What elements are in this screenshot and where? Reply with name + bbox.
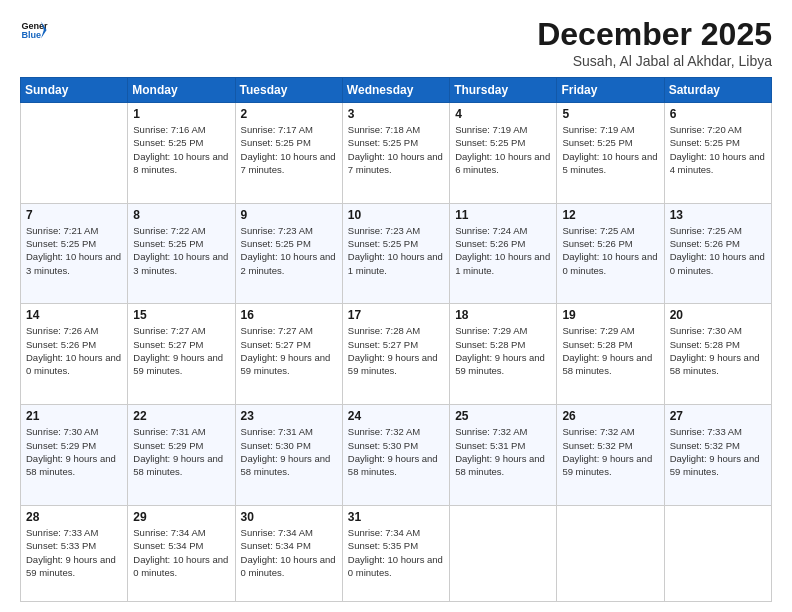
day-info: Sunrise: 7:31 AMSunset: 5:30 PMDaylight:… [241,425,337,478]
day-info: Sunrise: 7:34 AMSunset: 5:34 PMDaylight:… [241,526,337,579]
day-info: Sunrise: 7:32 AMSunset: 5:30 PMDaylight:… [348,425,444,478]
calendar-cell: 31Sunrise: 7:34 AMSunset: 5:35 PMDayligh… [342,505,449,601]
calendar-cell [557,505,664,601]
day-number: 7 [26,208,122,222]
calendar-cell: 16Sunrise: 7:27 AMSunset: 5:27 PMDayligh… [235,304,342,405]
day-number: 3 [348,107,444,121]
calendar-cell: 2Sunrise: 7:17 AMSunset: 5:25 PMDaylight… [235,103,342,204]
day-info: Sunrise: 7:20 AMSunset: 5:25 PMDaylight:… [670,123,766,176]
day-number: 13 [670,208,766,222]
day-number: 21 [26,409,122,423]
header: General Blue December 2025 Susah, Al Jab… [20,16,772,69]
day-number: 17 [348,308,444,322]
day-info: Sunrise: 7:34 AMSunset: 5:35 PMDaylight:… [348,526,444,579]
month-title: December 2025 [537,16,772,53]
day-info: Sunrise: 7:17 AMSunset: 5:25 PMDaylight:… [241,123,337,176]
day-of-week-header: Friday [557,78,664,103]
calendar-cell: 11Sunrise: 7:24 AMSunset: 5:26 PMDayligh… [450,203,557,304]
day-of-week-header: Tuesday [235,78,342,103]
title-block: December 2025 Susah, Al Jabal al Akhdar,… [537,16,772,69]
calendar-cell: 22Sunrise: 7:31 AMSunset: 5:29 PMDayligh… [128,405,235,506]
calendar-cell: 13Sunrise: 7:25 AMSunset: 5:26 PMDayligh… [664,203,771,304]
calendar-cell [664,505,771,601]
day-info: Sunrise: 7:33 AMSunset: 5:33 PMDaylight:… [26,526,122,579]
day-info: Sunrise: 7:32 AMSunset: 5:31 PMDaylight:… [455,425,551,478]
day-number: 14 [26,308,122,322]
day-info: Sunrise: 7:27 AMSunset: 5:27 PMDaylight:… [241,324,337,377]
day-of-week-header: Sunday [21,78,128,103]
calendar-cell: 4Sunrise: 7:19 AMSunset: 5:25 PMDaylight… [450,103,557,204]
day-info: Sunrise: 7:32 AMSunset: 5:32 PMDaylight:… [562,425,658,478]
day-number: 15 [133,308,229,322]
day-of-week-header: Wednesday [342,78,449,103]
svg-text:Blue: Blue [21,30,41,40]
day-number: 18 [455,308,551,322]
calendar-cell: 27Sunrise: 7:33 AMSunset: 5:32 PMDayligh… [664,405,771,506]
calendar-cell: 20Sunrise: 7:30 AMSunset: 5:28 PMDayligh… [664,304,771,405]
day-info: Sunrise: 7:25 AMSunset: 5:26 PMDaylight:… [670,224,766,277]
day-number: 24 [348,409,444,423]
day-number: 10 [348,208,444,222]
calendar-cell: 26Sunrise: 7:32 AMSunset: 5:32 PMDayligh… [557,405,664,506]
day-info: Sunrise: 7:22 AMSunset: 5:25 PMDaylight:… [133,224,229,277]
calendar-cell: 10Sunrise: 7:23 AMSunset: 5:25 PMDayligh… [342,203,449,304]
calendar-cell: 6Sunrise: 7:20 AMSunset: 5:25 PMDaylight… [664,103,771,204]
calendar-week-row: 28Sunrise: 7:33 AMSunset: 5:33 PMDayligh… [21,505,772,601]
day-info: Sunrise: 7:30 AMSunset: 5:28 PMDaylight:… [670,324,766,377]
day-of-week-header: Monday [128,78,235,103]
day-number: 4 [455,107,551,121]
day-number: 11 [455,208,551,222]
day-info: Sunrise: 7:28 AMSunset: 5:27 PMDaylight:… [348,324,444,377]
day-of-week-header: Saturday [664,78,771,103]
day-number: 30 [241,510,337,524]
page: General Blue December 2025 Susah, Al Jab… [0,0,792,612]
day-info: Sunrise: 7:27 AMSunset: 5:27 PMDaylight:… [133,324,229,377]
day-number: 27 [670,409,766,423]
location: Susah, Al Jabal al Akhdar, Libya [537,53,772,69]
day-number: 29 [133,510,229,524]
day-number: 23 [241,409,337,423]
day-info: Sunrise: 7:23 AMSunset: 5:25 PMDaylight:… [348,224,444,277]
calendar-cell: 24Sunrise: 7:32 AMSunset: 5:30 PMDayligh… [342,405,449,506]
calendar-cell: 1Sunrise: 7:16 AMSunset: 5:25 PMDaylight… [128,103,235,204]
day-number: 1 [133,107,229,121]
day-info: Sunrise: 7:18 AMSunset: 5:25 PMDaylight:… [348,123,444,176]
calendar-cell: 3Sunrise: 7:18 AMSunset: 5:25 PMDaylight… [342,103,449,204]
calendar-cell: 30Sunrise: 7:34 AMSunset: 5:34 PMDayligh… [235,505,342,601]
day-info: Sunrise: 7:29 AMSunset: 5:28 PMDaylight:… [455,324,551,377]
day-info: Sunrise: 7:34 AMSunset: 5:34 PMDaylight:… [133,526,229,579]
calendar-cell: 19Sunrise: 7:29 AMSunset: 5:28 PMDayligh… [557,304,664,405]
calendar-cell: 18Sunrise: 7:29 AMSunset: 5:28 PMDayligh… [450,304,557,405]
day-number: 19 [562,308,658,322]
day-number: 16 [241,308,337,322]
calendar-week-row: 1Sunrise: 7:16 AMSunset: 5:25 PMDaylight… [21,103,772,204]
day-number: 31 [348,510,444,524]
day-info: Sunrise: 7:19 AMSunset: 5:25 PMDaylight:… [562,123,658,176]
calendar-cell: 21Sunrise: 7:30 AMSunset: 5:29 PMDayligh… [21,405,128,506]
day-info: Sunrise: 7:19 AMSunset: 5:25 PMDaylight:… [455,123,551,176]
calendar-week-row: 21Sunrise: 7:30 AMSunset: 5:29 PMDayligh… [21,405,772,506]
logo: General Blue [20,16,48,44]
calendar-cell: 5Sunrise: 7:19 AMSunset: 5:25 PMDaylight… [557,103,664,204]
calendar-cell: 25Sunrise: 7:32 AMSunset: 5:31 PMDayligh… [450,405,557,506]
day-number: 8 [133,208,229,222]
day-number: 9 [241,208,337,222]
calendar-cell: 23Sunrise: 7:31 AMSunset: 5:30 PMDayligh… [235,405,342,506]
calendar-cell: 29Sunrise: 7:34 AMSunset: 5:34 PMDayligh… [128,505,235,601]
calendar-cell: 8Sunrise: 7:22 AMSunset: 5:25 PMDaylight… [128,203,235,304]
day-number: 5 [562,107,658,121]
day-info: Sunrise: 7:29 AMSunset: 5:28 PMDaylight:… [562,324,658,377]
day-number: 25 [455,409,551,423]
calendar-cell [21,103,128,204]
calendar-table: SundayMondayTuesdayWednesdayThursdayFrid… [20,77,772,602]
day-info: Sunrise: 7:16 AMSunset: 5:25 PMDaylight:… [133,123,229,176]
day-info: Sunrise: 7:26 AMSunset: 5:26 PMDaylight:… [26,324,122,377]
day-number: 26 [562,409,658,423]
calendar-week-row: 14Sunrise: 7:26 AMSunset: 5:26 PMDayligh… [21,304,772,405]
logo-icon: General Blue [20,16,48,44]
calendar-cell: 14Sunrise: 7:26 AMSunset: 5:26 PMDayligh… [21,304,128,405]
day-info: Sunrise: 7:33 AMSunset: 5:32 PMDaylight:… [670,425,766,478]
day-info: Sunrise: 7:31 AMSunset: 5:29 PMDaylight:… [133,425,229,478]
day-number: 12 [562,208,658,222]
calendar-cell: 17Sunrise: 7:28 AMSunset: 5:27 PMDayligh… [342,304,449,405]
